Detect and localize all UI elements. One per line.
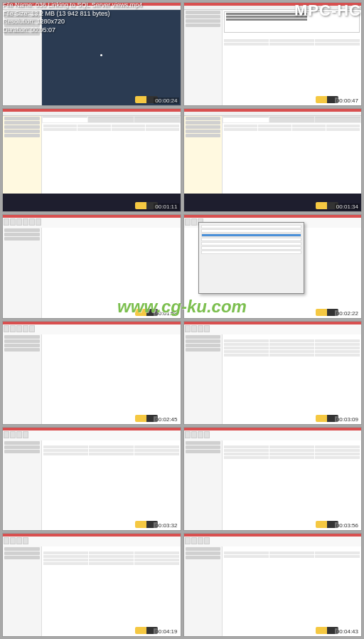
ribbon-button	[23, 431, 28, 438]
ribbon-button	[29, 325, 35, 332]
nav-item	[186, 441, 221, 445]
ribbon-button	[185, 537, 191, 544]
ribbon-button	[10, 537, 16, 544]
results-grid	[223, 34, 361, 48]
ribbon-button	[191, 431, 197, 438]
ribbon-button	[191, 537, 197, 544]
ribbon-button	[185, 325, 191, 332]
resolution-row: Resolution: 1280x720	[3, 18, 142, 26]
ribbon-button	[4, 537, 9, 544]
table-diagram	[223, 116, 361, 123]
table-box	[315, 117, 360, 122]
file-info: File Name: 036 Linking to SQL Server vie…	[3, 1, 142, 35]
thumbnail-3[interactable]: 00:01:11	[2, 108, 181, 212]
ribbon-button	[10, 325, 16, 332]
list-item	[201, 242, 302, 245]
timestamp: 00:01:34	[335, 204, 360, 210]
thumbnail-9[interactable]: 00:03:32	[2, 427, 181, 531]
ribbon-button	[185, 431, 191, 438]
ribbon-button	[16, 537, 22, 544]
criteria-grid	[223, 123, 361, 133]
file-size-row: File Size: 13,2 MB (13 942 811 bytes)	[3, 10, 142, 19]
ribbon-button	[185, 218, 191, 226]
thumbnail-8[interactable]: 00:03:09	[183, 321, 363, 425]
nav-item	[4, 335, 40, 339]
thumbnail-12[interactable]: 00:04:43	[183, 533, 363, 637]
header: File Name: 036 Linking to SQL Server vie…	[3, 1, 361, 35]
table-diagram	[42, 116, 181, 123]
nav-item	[186, 551, 221, 555]
ribbon	[3, 324, 181, 334]
tree-item	[186, 125, 221, 129]
navigation-pane	[3, 440, 42, 531]
navigation-pane	[184, 334, 223, 425]
ribbon-button	[204, 325, 210, 332]
table-box	[223, 117, 269, 122]
file-name-value: 036 Linking to SQL Server views.mp4	[36, 1, 142, 9]
navigation-pane	[3, 334, 42, 425]
list-item	[201, 250, 302, 254]
timestamp: 00:02:45	[154, 416, 178, 423]
nav-item	[186, 556, 221, 559]
ribbon-button	[29, 218, 35, 226]
link-tables-dialog	[198, 222, 305, 294]
tree-item	[4, 125, 40, 129]
datasheet	[223, 334, 361, 425]
timestamp: 00:03:56	[335, 522, 360, 529]
ribbon-button	[204, 537, 210, 544]
table-box	[43, 117, 88, 122]
thumbnail-5[interactable]: 00:01:58	[2, 214, 181, 318]
ribbon-button	[4, 218, 9, 226]
nav-item	[186, 339, 221, 343]
nav-item	[4, 233, 40, 236]
timestamp: 00:00:24	[154, 97, 178, 104]
ribbon-button	[23, 218, 28, 226]
tree-item	[186, 130, 221, 133]
ribbon	[3, 537, 181, 546]
ribbon	[3, 431, 181, 440]
thumbnail-10[interactable]: 00:03:56	[183, 427, 363, 531]
timestamp: 00:03:09	[335, 416, 360, 423]
thumbnail-6[interactable]: 00:02:22	[183, 214, 363, 318]
thumbnail-4[interactable]: 00:01:34	[183, 108, 363, 212]
ribbon-button	[4, 431, 9, 438]
resolution-label: Resolution:	[3, 18, 35, 25]
thumbnails-grid: 00:00:24	[0, 0, 364, 639]
ribbon-button	[198, 431, 203, 438]
ribbon-button	[36, 218, 41, 226]
nav-item	[186, 344, 221, 347]
ribbon	[184, 537, 362, 546]
thumbnail-11[interactable]: 00:04:19	[2, 533, 181, 637]
criteria-grid	[42, 123, 181, 133]
tree-item	[186, 121, 221, 125]
list-item	[201, 225, 302, 228]
file-name-row: File Name: 036 Linking to SQL Server vie…	[3, 1, 142, 10]
navigation-pane	[3, 228, 42, 318]
tree-item	[186, 117, 221, 120]
list-item	[201, 238, 302, 241]
data-grid	[223, 546, 361, 560]
tables-list	[199, 223, 304, 257]
tree-item	[4, 117, 40, 120]
empty-workspace	[42, 228, 181, 318]
nav-item	[186, 445, 221, 449]
table-box	[269, 117, 315, 122]
thumbnail-7[interactable]: 00:02:45	[2, 321, 181, 425]
nav-item	[186, 335, 221, 339]
datasheet	[42, 440, 181, 531]
nav-item	[186, 450, 221, 453]
list-item	[201, 246, 302, 250]
list-item-selected	[201, 233, 302, 237]
empty-workspace	[42, 334, 181, 425]
nav-item	[4, 339, 40, 343]
nav-item	[4, 344, 40, 347]
timestamp: 00:04:19	[154, 628, 178, 635]
ribbon-button	[16, 218, 22, 226]
nav-item	[186, 547, 221, 551]
datasheet	[42, 546, 181, 637]
datasheet	[223, 546, 361, 637]
nav-item	[186, 348, 221, 352]
tree-item	[4, 121, 40, 125]
datasheet	[223, 440, 361, 531]
tree-item	[4, 130, 40, 133]
